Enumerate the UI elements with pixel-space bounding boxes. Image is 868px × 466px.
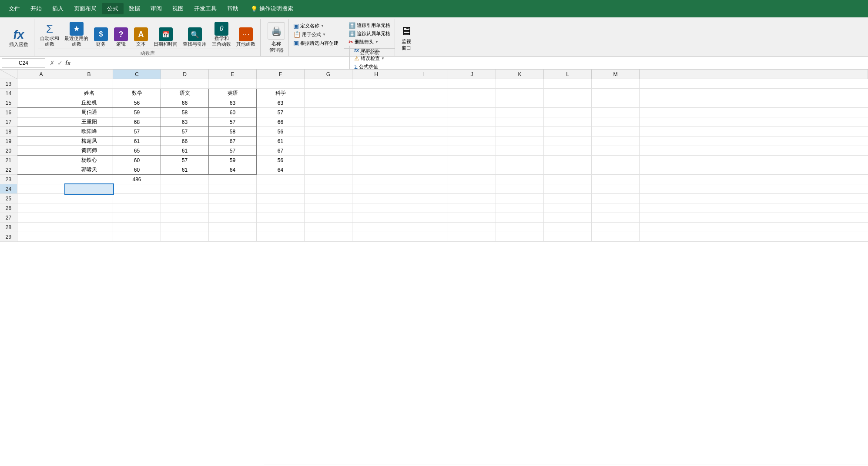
- cell[interactable]: [448, 232, 496, 242]
- recently-used-button[interactable]: ★ 最近使用的函数: [62, 21, 90, 48]
- cell[interactable]: [544, 146, 592, 156]
- name-manager-button[interactable]: 🖨️ 名称管理器: [264, 19, 289, 56]
- cell[interactable]: 59: [209, 156, 257, 165]
- menu-item-formula[interactable]: 公式: [102, 3, 124, 14]
- cell[interactable]: [544, 127, 592, 136]
- cell[interactable]: [448, 146, 496, 156]
- cell[interactable]: 63: [161, 117, 209, 127]
- cell[interactable]: 63: [209, 98, 257, 108]
- math-button[interactable]: θ 数学和三角函数: [210, 21, 233, 48]
- cell[interactable]: [496, 194, 544, 203]
- cell[interactable]: [496, 136, 544, 146]
- col-header-I[interactable]: I: [400, 70, 448, 79]
- cell[interactable]: [17, 156, 65, 165]
- row-number[interactable]: 27: [0, 213, 17, 223]
- cell[interactable]: [544, 203, 592, 213]
- cell[interactable]: [592, 117, 640, 127]
- cell[interactable]: [65, 232, 113, 242]
- cell[interactable]: [352, 117, 400, 127]
- col-header-L[interactable]: L: [544, 70, 592, 79]
- cell[interactable]: 59: [113, 108, 161, 117]
- cell[interactable]: [352, 194, 400, 203]
- cell[interactable]: [448, 165, 496, 175]
- formula-input[interactable]: [77, 58, 866, 68]
- cell[interactable]: [113, 223, 161, 232]
- cell[interactable]: [161, 79, 209, 89]
- cell[interactable]: [17, 127, 65, 136]
- trace-precedents-button[interactable]: ⬆️ 追踪引用单元格: [347, 22, 392, 29]
- cell[interactable]: [544, 175, 592, 184]
- cell[interactable]: [17, 89, 65, 98]
- row-number[interactable]: 16: [0, 108, 17, 117]
- cell[interactable]: [448, 184, 496, 194]
- cell[interactable]: [448, 175, 496, 184]
- cell[interactable]: [305, 232, 352, 242]
- cell[interactable]: 周伯通: [65, 108, 113, 117]
- cell[interactable]: [113, 194, 161, 203]
- cell[interactable]: [352, 108, 400, 117]
- cell[interactable]: [17, 184, 65, 194]
- cell[interactable]: [400, 213, 448, 223]
- cell[interactable]: [305, 89, 352, 98]
- cell[interactable]: [592, 136, 640, 146]
- cell[interactable]: [305, 98, 352, 108]
- row-number[interactable]: 15: [0, 98, 17, 108]
- cell[interactable]: [592, 108, 640, 117]
- cell[interactable]: [592, 79, 640, 89]
- cell[interactable]: [400, 146, 448, 156]
- cell[interactable]: [113, 232, 161, 242]
- menu-item-dev[interactable]: 开发工具: [189, 3, 222, 14]
- cell[interactable]: [448, 213, 496, 223]
- cell[interactable]: [592, 232, 640, 242]
- cell[interactable]: [352, 175, 400, 184]
- cell[interactable]: [496, 98, 544, 108]
- cell[interactable]: [113, 213, 161, 223]
- text-button[interactable]: A 文本: [131, 27, 151, 48]
- row-number[interactable]: 19: [0, 136, 17, 146]
- cell[interactable]: [161, 203, 209, 213]
- cell[interactable]: [65, 184, 113, 194]
- cell[interactable]: [544, 165, 592, 175]
- insert-function-button[interactable]: fx 插入函数: [7, 27, 30, 48]
- cell[interactable]: 60: [113, 165, 161, 175]
- cell[interactable]: [161, 232, 209, 242]
- cell[interactable]: [544, 213, 592, 223]
- cell[interactable]: [257, 194, 305, 203]
- cell[interactable]: 科学: [257, 89, 305, 98]
- cell[interactable]: [400, 165, 448, 175]
- row-number[interactable]: 21: [0, 156, 17, 165]
- cell[interactable]: [496, 184, 544, 194]
- cell[interactable]: [17, 146, 65, 156]
- cell[interactable]: [352, 232, 400, 242]
- cell[interactable]: [305, 127, 352, 136]
- cell[interactable]: [17, 223, 65, 232]
- use-in-formula-button[interactable]: 📋 用于公式 ▼: [292, 30, 340, 38]
- cell[interactable]: 61: [257, 136, 305, 146]
- col-header-B[interactable]: B: [65, 70, 113, 79]
- cell[interactable]: 60: [209, 108, 257, 117]
- cell[interactable]: [448, 117, 496, 127]
- cell[interactable]: [448, 79, 496, 89]
- cell[interactable]: 60: [113, 156, 161, 165]
- row-number[interactable]: 13: [0, 79, 17, 89]
- cell[interactable]: [17, 232, 65, 242]
- cell[interactable]: [17, 213, 65, 223]
- cell[interactable]: [448, 108, 496, 117]
- col-header-M[interactable]: M: [592, 70, 640, 79]
- cell[interactable]: [305, 146, 352, 156]
- cell[interactable]: [305, 117, 352, 127]
- cell[interactable]: [352, 223, 400, 232]
- cell[interactable]: [305, 213, 352, 223]
- cell[interactable]: 57: [161, 127, 209, 136]
- cell[interactable]: [592, 213, 640, 223]
- cell[interactable]: 63: [257, 98, 305, 108]
- cell[interactable]: [113, 203, 161, 213]
- cell[interactable]: [400, 79, 448, 89]
- cell[interactable]: [592, 203, 640, 213]
- cell[interactable]: [496, 203, 544, 213]
- cell[interactable]: [592, 89, 640, 98]
- cell[interactable]: 64: [257, 165, 305, 175]
- logic-button[interactable]: ? 逻辑: [111, 27, 131, 48]
- cell[interactable]: [400, 98, 448, 108]
- cell[interactable]: [496, 89, 544, 98]
